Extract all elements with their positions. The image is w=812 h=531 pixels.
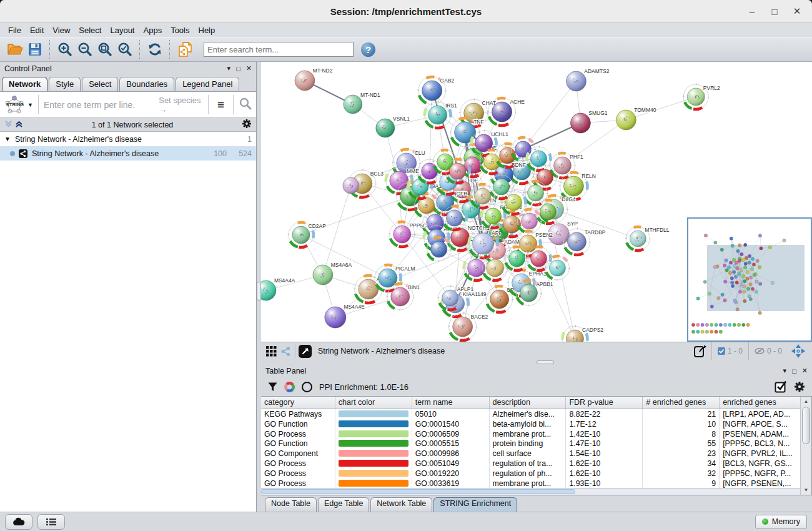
scrollbar-thumb[interactable] xyxy=(802,407,810,444)
network-node[interactable] xyxy=(471,184,495,208)
splitter-handle[interactable] xyxy=(537,360,554,364)
column-header[interactable]: FDR p-value xyxy=(566,397,643,409)
tab-select[interactable]: Select xyxy=(82,77,118,91)
automation-cloud-button[interactable] xyxy=(5,514,32,530)
column-header[interactable]: term name xyxy=(412,397,490,409)
table-header-row[interactable]: categorychart colorterm namedescriptionF… xyxy=(261,397,811,409)
network-node-mthfdll[interactable]: MTHFDLL xyxy=(626,227,669,251)
table-row[interactable]: GO ProcessGO:0051049regulation of tra...… xyxy=(261,459,801,469)
scroll-up-arrow[interactable]: ▲ xyxy=(801,397,811,406)
menu-tools[interactable]: Tools xyxy=(166,24,194,36)
copy-network-icon[interactable] xyxy=(176,41,194,58)
close-button[interactable]: ✕ xyxy=(786,6,808,17)
panel-collapse-icon[interactable]: ▾ xyxy=(227,64,231,72)
network-node-tomm40[interactable]: TOMM40 xyxy=(616,107,656,130)
table-row[interactable]: GO ProcessGO:0019220regulation of ph...1… xyxy=(261,469,801,479)
zoom-selected-icon[interactable] xyxy=(116,41,134,58)
network-node-adamts2[interactable]: ADAMTS2 xyxy=(566,68,609,91)
tab-network-table[interactable]: Network Table xyxy=(370,497,432,512)
refresh-icon[interactable] xyxy=(146,41,164,58)
table-row[interactable]: GO ProcessGO:0033619membrane prot...1.93… xyxy=(261,479,801,488)
tree-caret-icon[interactable]: ▼ xyxy=(4,136,11,142)
column-header[interactable]: description xyxy=(490,397,567,409)
column-header[interactable]: chart color xyxy=(335,397,412,409)
column-header[interactable]: # enriched genes xyxy=(643,397,720,409)
scrollbar-thumb[interactable] xyxy=(261,489,575,494)
network-node[interactable] xyxy=(545,256,569,280)
menu-select[interactable]: Select xyxy=(74,24,106,36)
network-node-tardbp[interactable]: TARDBP xyxy=(563,229,605,255)
network-node[interactable] xyxy=(343,177,359,194)
network-node-vsnl1[interactable]: VSNL1 xyxy=(376,116,410,137)
network-node[interactable] xyxy=(483,256,508,280)
maximize-button[interactable]: □ xyxy=(763,6,786,17)
tab-edge-table[interactable]: Edge Table xyxy=(318,497,369,512)
memory-button[interactable]: Memory xyxy=(755,515,807,529)
collapse-all-icon[interactable] xyxy=(15,120,23,130)
network-node-cd2ap[interactable]: CD2AP xyxy=(289,222,326,247)
ring-chart-icon[interactable] xyxy=(302,382,312,392)
birdseye-graph[interactable] xyxy=(688,219,811,340)
panel-close-icon[interactable]: ✕ xyxy=(802,367,808,375)
network-node[interactable] xyxy=(527,147,551,171)
network-canvas[interactable]: MT-ND2MT-ND1VSNL1GAB2IRS1CHATACHEADAMTS2… xyxy=(261,62,812,342)
panel-close-icon[interactable]: ✕ xyxy=(246,64,252,72)
tab-node-table[interactable]: Node Table xyxy=(265,497,317,512)
tab-boundaries[interactable]: Boundaries xyxy=(119,77,174,91)
tab-network[interactable]: Network xyxy=(2,77,47,91)
vertical-splitter[interactable] xyxy=(257,62,261,512)
share-network-icon[interactable] xyxy=(279,346,293,357)
horizontal-scrollbar[interactable] xyxy=(261,488,801,495)
network-row-selected[interactable]: String Network - Alzheimer's disease 100… xyxy=(0,146,256,161)
network-node-cadps2[interactable]: CADPS2 xyxy=(562,326,603,342)
expand-all-icon[interactable] xyxy=(4,120,12,130)
table-row[interactable]: GO FunctionGO:0001540beta-amyloid bi...1… xyxy=(261,419,801,429)
table-row[interactable]: GO FunctionGO:0005515protein binding1.47… xyxy=(261,439,801,449)
string-logo-icon[interactable]: STRING ▼ xyxy=(4,95,33,115)
tab-style[interactable]: Style xyxy=(49,77,81,91)
tab-string-enrichment[interactable]: STRING Enrichment xyxy=(433,497,517,512)
splitter-handle[interactable] xyxy=(257,282,261,300)
vertical-scrollbar[interactable]: ▲ ▼ xyxy=(800,397,811,495)
panel-collapse-icon[interactable]: ▾ xyxy=(783,367,787,375)
navigator-compass-icon[interactable] xyxy=(788,344,809,358)
zoom-fit-icon[interactable] xyxy=(96,41,114,58)
help-icon[interactable]: ? xyxy=(361,42,375,57)
filter-icon[interactable] xyxy=(268,382,277,392)
settings-gear-icon[interactable] xyxy=(794,381,805,392)
column-header[interactable]: enriched genes xyxy=(720,397,801,409)
network-node[interactable] xyxy=(518,209,542,233)
network-options-gear-icon[interactable] xyxy=(242,119,252,131)
birdseye-view[interactable] xyxy=(687,217,812,342)
species-selector[interactable]: Set species → xyxy=(159,96,203,114)
menu-edit[interactable]: Edit xyxy=(26,24,48,36)
table-row[interactable]: KEGG Pathways05010Alzheimer's dise...8.8… xyxy=(261,409,801,419)
scroll-down-arrow[interactable]: ▼ xyxy=(801,485,811,495)
network-node-gab2[interactable]: GAB2 xyxy=(418,77,455,104)
select-columns-icon[interactable] xyxy=(775,380,787,393)
zoom-in-icon[interactable] xyxy=(56,41,74,58)
open-session-icon[interactable] xyxy=(6,41,24,58)
network-node-ms4a4a[interactable]: MS4A4A xyxy=(261,277,295,300)
column-header[interactable]: category xyxy=(261,397,335,409)
string-options-icon[interactable]: ≡ xyxy=(214,99,228,111)
string-search-icon[interactable] xyxy=(239,97,252,113)
panel-float-icon[interactable]: □ xyxy=(792,367,796,375)
table-row[interactable]: GO ComponentGO:0009986cell surface1.54E-… xyxy=(261,449,801,459)
minimize-button[interactable]: – xyxy=(741,6,763,17)
network-node-ms4a6a[interactable]: MS4A6A xyxy=(313,262,352,285)
network-node-mt-nd2[interactable]: MT-ND2 xyxy=(295,67,333,91)
network-node-pvrl2[interactable]: PVRL2 xyxy=(683,84,720,109)
panel-float-icon[interactable]: □ xyxy=(236,65,240,72)
menu-file[interactable]: File xyxy=(4,24,26,36)
network-node-bin1[interactable]: BIN1 xyxy=(387,284,420,310)
export-network-icon[interactable] xyxy=(689,344,711,358)
menu-view[interactable]: View xyxy=(48,24,74,36)
open-in-window-icon[interactable] xyxy=(299,345,312,358)
task-history-button[interactable] xyxy=(37,514,65,530)
table-row[interactable]: GO ProcessGO:0006509membrane prot...1.42… xyxy=(261,429,801,439)
tab-legend-panel[interactable]: Legend Panel xyxy=(176,77,239,91)
menu-layout[interactable]: Layout xyxy=(106,24,139,36)
pie-chart-icon[interactable] xyxy=(284,382,295,392)
menu-apps[interactable]: Apps xyxy=(139,24,167,36)
